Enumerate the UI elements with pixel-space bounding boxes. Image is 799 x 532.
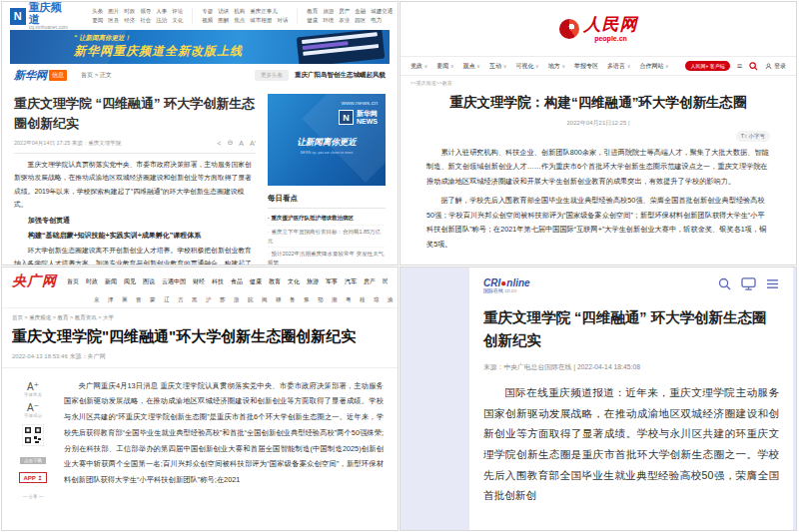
breadcrumb[interactable]: 首页 > 重庆频道 > 教育 > 教育资讯 > 大学 xyxy=(2,308,398,323)
province-link[interactable]: 冀 xyxy=(122,296,128,303)
nav-item[interactable]: 多语言 ∨ xyxy=(607,62,630,71)
province-link[interactable]: 鲁 xyxy=(290,296,296,303)
nav-item[interactable]: 互动 ∨ xyxy=(489,62,506,71)
qr-code-icon[interactable] xyxy=(22,424,44,446)
nav-link[interactable]: 环境 xyxy=(323,17,334,24)
nav-item[interactable]: 阅见 xyxy=(124,277,136,286)
province-link[interactable]: 桂 xyxy=(360,296,366,303)
province-link[interactable]: 浙 xyxy=(234,296,240,303)
nav-item[interactable]: 教育 xyxy=(269,277,281,286)
nav-link[interactable]: 人事 xyxy=(156,8,167,15)
province-link[interactable]: 京 xyxy=(94,296,100,303)
nav-link[interactable]: 领导 xyxy=(140,8,151,15)
nav-link[interactable]: 图片 xyxy=(108,8,119,15)
search-icon[interactable] xyxy=(749,62,758,71)
province-link[interactable]: 琼 xyxy=(374,296,380,303)
font-size-toggle[interactable]: T↕ 小字号 xyxy=(736,131,770,142)
app-download-badge[interactable]: APP ↥ xyxy=(19,472,48,483)
nav-item[interactable]: 云遇中国 xyxy=(162,277,186,286)
nav-item[interactable]: 要闻 ∨ xyxy=(436,62,453,71)
province-link[interactable]: 湘 xyxy=(332,296,338,303)
nav-item[interactable]: 军事 xyxy=(326,277,338,286)
nav-item[interactable]: 图说 xyxy=(143,277,155,286)
nav-item[interactable]: 可视化 ∨ xyxy=(515,62,538,71)
nav-link[interactable]: 农业 xyxy=(339,17,350,24)
province-link[interactable]: 吉 xyxy=(178,296,184,303)
cri-logo[interactable]: CRI●nline 国际在线 cri.cn xyxy=(483,277,530,294)
print-icon[interactable]: ⊖ xyxy=(227,139,233,147)
nav-link[interactable]: 访谈 xyxy=(218,8,229,15)
nav-item[interactable]: 旅游 xyxy=(307,277,319,286)
nav-item[interactable]: 健康 xyxy=(250,277,262,286)
nav-item[interactable]: 时政 xyxy=(86,277,98,286)
nav-link[interactable]: 园区 xyxy=(355,17,366,24)
province-link[interactable]: 蒙 xyxy=(150,296,156,303)
province-link[interactable]: 鄂 xyxy=(318,296,324,303)
monitor-icon[interactable] xyxy=(741,277,756,290)
font-decrease-icon[interactable]: A xyxy=(239,140,244,147)
nav-link[interactable]: 房产 xyxy=(339,8,350,15)
daily-item-link[interactable]: 重庆援沪医疗队抵沪增设救治病区 xyxy=(268,212,386,226)
menu-icon[interactable]: ≡ xyxy=(737,62,742,71)
client-app-badge[interactable]: 人民网+ 客户端 xyxy=(685,61,729,71)
nav-link[interactable]: 时政 xyxy=(124,8,135,15)
nav-link[interactable]: 图解 xyxy=(218,17,229,24)
nav-item[interactable]: 地方 ∨ xyxy=(548,62,565,71)
province-link[interactable]: 晋 xyxy=(136,296,142,303)
nav-item[interactable]: 民族 xyxy=(383,277,388,286)
nav-link[interactable]: 要闻 xyxy=(92,17,103,24)
nav-link[interactable]: 城市相册 xyxy=(250,17,272,24)
nav-link[interactable]: 头条 xyxy=(92,8,103,15)
province-link[interactable]: 闽 xyxy=(262,296,268,303)
xinhua-logo[interactable]: N 重庆频道 cq.xinhuanet.com xyxy=(10,1,69,31)
nav-link[interactable]: 焦点 xyxy=(234,17,245,24)
menu-icon[interactable] xyxy=(766,278,779,289)
nav-link[interactable]: 对话 xyxy=(277,17,288,24)
nav-link[interactable]: 经济 xyxy=(124,17,135,24)
login-button[interactable]: 登录 xyxy=(765,62,786,71)
xinhua-sub-logo[interactable]: 新华网 xyxy=(14,68,47,83)
search-icon[interactable] xyxy=(718,277,731,290)
province-link[interactable]: 赣 xyxy=(276,296,282,303)
redesign-banner[interactable]: “ 让新闻离你更近！ 新华网重庆频道全新改版上线 xyxy=(10,30,390,64)
people-logo[interactable]: 人民网 people.cn xyxy=(400,2,796,56)
promo-image[interactable]: www.news.cn N 新华网NEWS 让新闻离你更近 NEWS up, y… xyxy=(268,94,386,186)
nav-link[interactable]: 城建交通 xyxy=(371,8,393,15)
province-link[interactable]: 粤 xyxy=(346,296,352,303)
province-link[interactable]: 皖 xyxy=(248,296,254,303)
nav-link[interactable]: 专题 xyxy=(202,8,213,15)
share-label[interactable]: — 分享 — xyxy=(2,494,64,499)
share-icon[interactable]: < xyxy=(217,140,221,147)
nav-link[interactable]: 电力 xyxy=(371,17,382,24)
nav-link[interactable]: 旅游 xyxy=(323,8,334,15)
cnr-logo[interactable]: 央广网 xyxy=(12,272,57,290)
daily-item-link[interactable]: 重庆立下年度招商引资目标：合同额1.85万亿元 xyxy=(268,226,386,249)
province-link[interactable]: 津 xyxy=(108,296,114,303)
nav-item[interactable]: 房产 xyxy=(364,277,376,286)
nav-item[interactable]: 合作网站 ∨ xyxy=(639,62,668,71)
nav-link[interactable]: 法治 xyxy=(156,17,167,24)
nav-link[interactable]: 健康 xyxy=(307,17,318,24)
province-link[interactable]: 沪 xyxy=(206,296,212,303)
province-link[interactable]: 豫 xyxy=(304,296,310,303)
nav-item[interactable]: 汽车 xyxy=(345,277,357,286)
nav-link[interactable]: 视频 xyxy=(202,17,213,24)
nav-link[interactable]: 教育 xyxy=(307,8,318,15)
nav-link[interactable]: 社会 xyxy=(140,17,151,24)
province-link[interactable]: 辽 xyxy=(164,296,170,303)
nav-item[interactable]: 文化 xyxy=(288,277,300,286)
nav-link[interactable]: 重庆正事儿 xyxy=(250,8,278,15)
nav-item[interactable]: 科技 xyxy=(212,277,224,286)
daily-item-link[interactable]: 预计2022年汛期重庆降水量较常年 突发性天气频繁 xyxy=(268,248,386,266)
nav-item[interactable]: 新闻 xyxy=(105,277,117,286)
breadcrumb[interactable]: >>重庆频道>>教育 xyxy=(400,76,796,90)
headline-link[interactable]: 重庆广阳岛智创生态城崛起风貌 xyxy=(295,71,386,80)
province-link[interactable]: 苏 xyxy=(220,296,226,303)
nav-item[interactable]: 党政 ∨ xyxy=(410,62,427,71)
font-decrease-button[interactable]: A⁻ xyxy=(2,403,64,413)
nav-link[interactable]: 金融 xyxy=(355,8,366,15)
province-link[interactable]: 渝 xyxy=(388,296,394,303)
nav-link[interactable]: 文化 xyxy=(172,17,183,24)
font-increase-icon[interactable]: A′ xyxy=(250,140,256,147)
nav-link[interactable]: 评论 xyxy=(172,8,183,15)
